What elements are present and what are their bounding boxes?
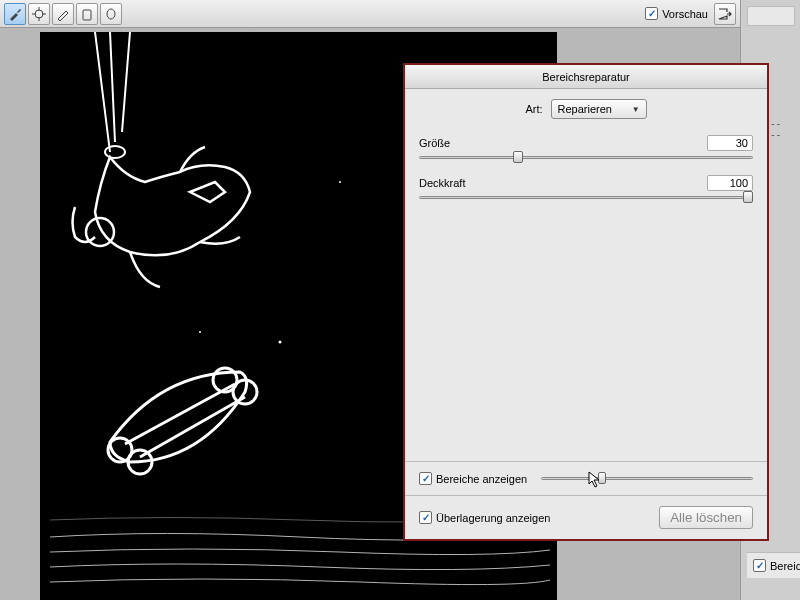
preview-toggle[interactable]: Vorschau [645,7,708,20]
sidebar-bottom-row[interactable]: Bereiche [747,552,800,578]
opacity-slider[interactable]: Deckkraft 100 [419,175,753,201]
clear-all-button[interactable]: Alle löschen [659,506,753,529]
tool-brush[interactable] [4,3,26,25]
tool-eraser[interactable] [76,3,98,25]
tool-crosshair[interactable] [28,3,50,25]
show-areas-checkbox[interactable] [419,472,432,485]
svg-point-0 [35,10,43,18]
size-label: Größe [419,137,450,149]
svg-point-11 [339,181,341,183]
svg-point-10 [279,341,282,344]
svg-point-12 [199,331,201,333]
show-areas-slider[interactable] [541,475,753,483]
size-value[interactable]: 30 [707,135,753,151]
panel-title: Bereichsreparatur [405,65,767,89]
opacity-value[interactable]: 100 [707,175,753,191]
svg-point-2 [107,9,115,19]
sidebar-thumb[interactable] [747,6,795,26]
show-overlay-label: Überlagerung anzeigen [436,512,550,524]
show-areas-row: Bereiche anzeigen [405,461,767,495]
type-dropdown[interactable]: Reparieren ▼ [551,99,647,119]
svg-rect-1 [83,10,91,20]
chevron-down-icon: ▼ [632,105,640,114]
show-overlay-row: Überlagerung anzeigen Alle löschen [405,495,767,539]
opacity-slider-thumb[interactable] [743,191,753,203]
preview-checkbox-icon [645,7,658,20]
show-overlay-checkbox[interactable] [419,511,432,524]
size-slider[interactable]: Größe 30 [419,135,753,161]
show-areas-label: Bereiche anzeigen [436,473,527,485]
size-slider-thumb[interactable] [513,151,523,163]
export-button[interactable] [714,3,736,25]
tool-pen[interactable] [52,3,74,25]
area-repair-panel: Bereichsreparatur Art: Reparieren ▼ Größ… [403,63,769,541]
preview-label: Vorschau [662,8,708,20]
tool-ellipse[interactable] [100,3,122,25]
show-areas-slider-thumb[interactable] [598,472,606,484]
type-dropdown-value: Reparieren [558,103,612,115]
sidebar-bottom-label: Bereiche [770,560,800,572]
toolbar: Vorschau [0,0,740,28]
opacity-label: Deckkraft [419,177,465,189]
type-label: Art: [525,103,542,115]
sidebar-bottom-checkbox-icon [753,559,766,572]
